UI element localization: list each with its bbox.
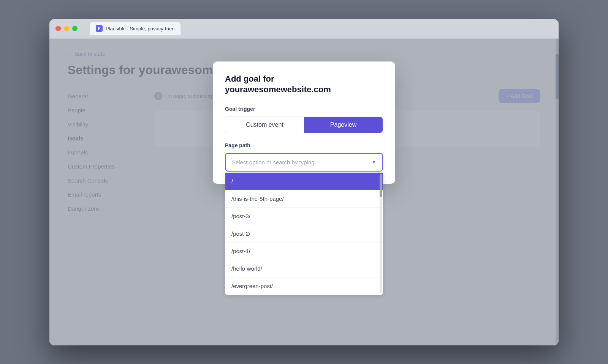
modal-title: Add goal for yourawesomewebsite.com	[225, 74, 383, 95]
dropdown-item-hello-world[interactable]: /hello-world/	[225, 260, 383, 277]
page-path-label: Page path	[225, 142, 383, 148]
dropdown-item-post-1[interactable]: /post-1/	[225, 243, 383, 260]
dropdown-scrollbar[interactable]	[380, 174, 382, 293]
pageview-toggle[interactable]: Pageview	[304, 117, 383, 133]
minimize-button[interactable]	[64, 26, 69, 31]
select-placeholder: Select option or search by typing	[232, 159, 315, 165]
select-wrapper: Select option or search by typing ▼ / /t…	[225, 153, 383, 172]
dropdown-item-root[interactable]: /	[225, 173, 383, 190]
dropdown-item-post-3[interactable]: /post-3/	[225, 208, 383, 225]
modal-title-line1: Add goal for	[225, 74, 274, 84]
dropdown-item-post-2[interactable]: /post-2/	[225, 225, 383, 243]
maximize-button[interactable]	[72, 26, 78, 31]
mac-window: P Plausible · Simple, privacy-frien ← Ba…	[49, 19, 559, 345]
dropdown-scrollbar-thumb	[380, 174, 382, 197]
titlebar: P Plausible · Simple, privacy-frien	[49, 19, 559, 39]
dropdown-item-evergreen-post[interactable]: /evergreen-post/	[225, 277, 383, 295]
modal-overlay: Add goal for yourawesomewebsite.com Goal…	[49, 39, 559, 345]
close-button[interactable]	[55, 26, 61, 31]
page-background: ← Back to stats Settings for yourawesome…	[49, 39, 559, 345]
modal-dialog: Add goal for yourawesomewebsite.com Goal…	[213, 61, 395, 184]
tab-favicon: P	[96, 25, 103, 32]
dropdown-item-5th-page[interactable]: /this-is-the-5th-page/	[225, 190, 383, 208]
goal-trigger-label: Goal trigger	[225, 106, 383, 112]
tab-title: Plausible · Simple, privacy-frien	[106, 26, 174, 32]
page-content: ← Back to stats Settings for yourawesome…	[49, 39, 559, 345]
custom-event-toggle[interactable]: Custom event	[225, 117, 304, 133]
select-input[interactable]: Select option or search by typing ▼	[225, 153, 383, 172]
toggle-group: Custom event Pageview	[225, 117, 383, 133]
modal-title-line2: yourawesomewebsite.com	[225, 85, 331, 94]
browser-tab[interactable]: P Plausible · Simple, privacy-frien	[90, 22, 180, 35]
chevron-down-icon: ▼	[372, 159, 376, 165]
dropdown-list: / /this-is-the-5th-page/ /post-3/ /post-…	[225, 172, 383, 295]
